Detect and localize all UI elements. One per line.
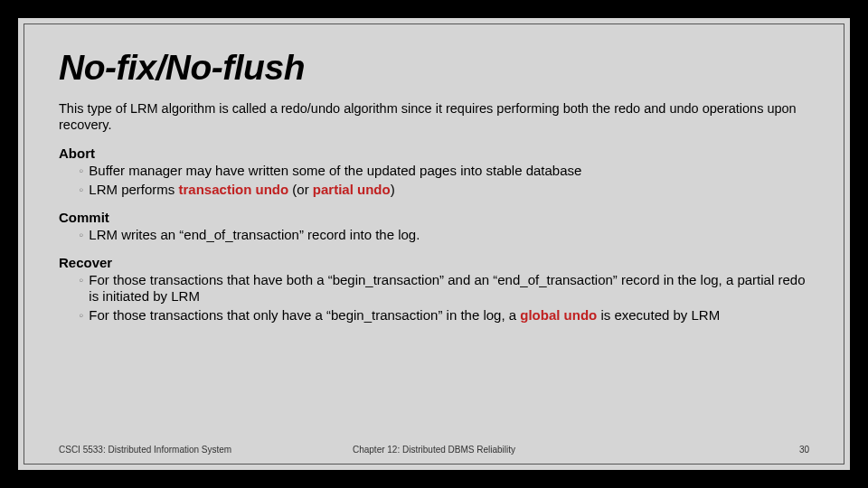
abort-bullet-1-text: Buffer manager may have written some of … bbox=[89, 163, 809, 180]
abort-bullet-1: ◦ Buffer manager may have written some o… bbox=[59, 163, 809, 180]
abort-b2-red2: partial undo bbox=[313, 182, 391, 197]
abort-b2-red1: transaction undo bbox=[179, 182, 289, 197]
abort-b2-mid: (or bbox=[288, 182, 313, 197]
abort-heading: Abort bbox=[59, 145, 809, 161]
bullet-marker-icon: ◦ bbox=[79, 272, 83, 289]
abort-b2-pre: LRM performs bbox=[89, 182, 178, 197]
recover-bullet-2-text: For those transactions that only have a … bbox=[89, 307, 809, 324]
recover-heading: Recover bbox=[59, 255, 809, 270]
abort-bullet-2-text: LRM performs transaction undo (or partia… bbox=[89, 182, 809, 199]
commit-bullet-1: ◦ LRM writes an “end_of_transaction” rec… bbox=[59, 227, 809, 244]
slide-frame: No-fix/No-flush This type of LRM algorit… bbox=[24, 23, 844, 465]
abort-b2-post: ) bbox=[391, 182, 395, 197]
recover-bullet-1-text: For those transactions that have both a … bbox=[89, 272, 809, 306]
recover-bullet-1: ◦ For those transactions that have both … bbox=[59, 272, 809, 306]
slide-title: No-fix/No-flush bbox=[59, 48, 809, 88]
recover-b2-pre: For those transactions that only have a … bbox=[89, 307, 520, 323]
recover-bullet-2: ◦ For those transactions that only have … bbox=[59, 307, 809, 324]
recover-b2-post: is executed by LRM bbox=[597, 307, 720, 323]
slide-background: No-fix/No-flush This type of LRM algorit… bbox=[18, 18, 850, 470]
bullet-marker-icon: ◦ bbox=[79, 227, 83, 244]
slide-footer: CSCI 5533: Distributed Information Syste… bbox=[59, 445, 809, 455]
intro-text: This type of LRM algorithm is called a r… bbox=[59, 100, 809, 133]
bullet-marker-icon: ◦ bbox=[79, 163, 83, 180]
section-abort: Abort ◦ Buffer manager may have written … bbox=[59, 145, 809, 199]
abort-bullet-2: ◦ LRM performs transaction undo (or part… bbox=[59, 182, 809, 199]
recover-b2-red: global undo bbox=[520, 307, 597, 323]
commit-heading: Commit bbox=[59, 210, 809, 225]
bullet-marker-icon: ◦ bbox=[79, 307, 83, 324]
commit-bullet-1-text: LRM writes an “end_of_transaction” recor… bbox=[89, 227, 809, 244]
section-recover: Recover ◦ For those transactions that ha… bbox=[59, 255, 809, 324]
section-commit: Commit ◦ LRM writes an “end_of_transacti… bbox=[59, 210, 809, 244]
bullet-marker-icon: ◦ bbox=[79, 182, 83, 199]
footer-center: Chapter 12: Distributed DBMS Reliability bbox=[59, 445, 809, 455]
